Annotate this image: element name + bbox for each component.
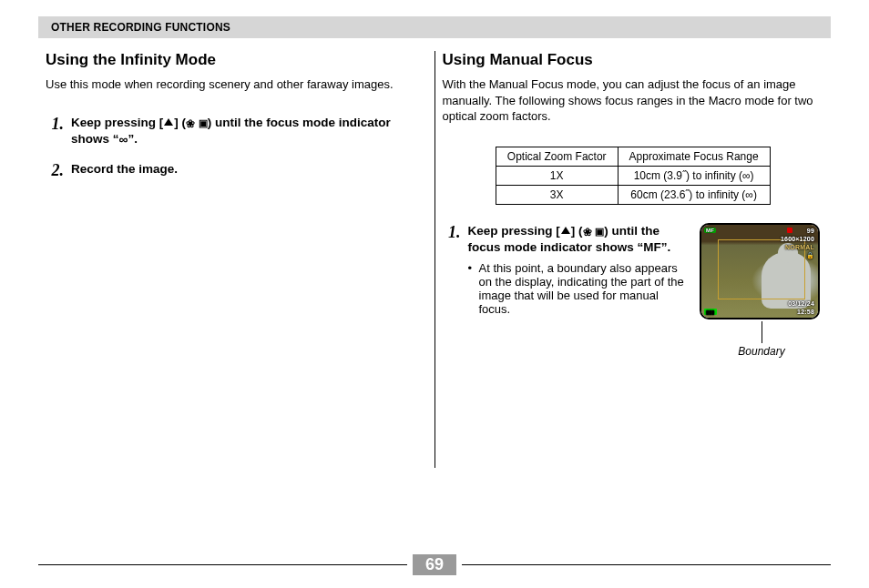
focus-table-cell: 1X (496, 166, 618, 185)
leader-line (762, 321, 762, 343)
left-heading: Using the Infinity Mode (46, 51, 427, 69)
focus-table-cell: 3X (496, 185, 618, 204)
flower-icon: ❀ (186, 117, 195, 130)
step-number: 1. (443, 223, 461, 358)
left-column: Using the Infinity Mode Use this mode wh… (38, 51, 434, 468)
cards-icon: ▣ (199, 117, 208, 128)
left-intro: Use this mode when recording scenery and… (46, 76, 427, 93)
focus-table-header: Optical Zoom Factor (496, 147, 618, 166)
right-step1: Keep pressing [] (❀ ▣) until the focus m… (468, 223, 690, 256)
flower-icon: ❀ (583, 226, 592, 238)
footer-rule (462, 564, 831, 565)
right-step1-sub: At this point, a boundary also appears o… (468, 261, 690, 316)
step-number: 2. (46, 161, 64, 180)
focus-table-cell: 60cm (23.6˝) to infinity (∞) (618, 185, 770, 204)
record-indicator (787, 228, 792, 233)
date-overlay: 03/12/24 (788, 300, 814, 307)
resolution-overlay: 1600×1200 (781, 236, 814, 242)
right-intro: With the Manual Focus mode, you can adju… (443, 76, 824, 125)
infinity-icon: ∞ (119, 132, 128, 147)
focus-table-header: Approximate Focus Range (618, 147, 770, 166)
focus-table-cell: 10cm (3.9˝) to infinity (∞) (618, 166, 770, 185)
battery-icon: ▮▮▮ (704, 309, 717, 315)
footer-rule (38, 564, 407, 565)
left-step2: Record the image. (71, 161, 427, 180)
right-column: Using Manual Focus With the Manual Focus… (435, 51, 832, 468)
left-step1: Keep pressing [] (❀ ▣) until the focus m… (71, 115, 427, 148)
boundary-caption: Boundary (700, 345, 823, 358)
up-arrow-icon (561, 227, 570, 234)
focus-table: Optical Zoom FactorApproximate Focus Ran… (496, 147, 771, 205)
page-number: 69 (413, 554, 456, 575)
right-heading: Using Manual Focus (443, 51, 824, 69)
lock-icon: 🔒 (806, 252, 814, 259)
step-number: 1. (46, 115, 64, 148)
camera-preview: MF 99 1600×1200 NORMAL 🔒 ▮▮▮ 03/12/24 12… (700, 223, 820, 319)
page-footer: 69 (38, 554, 831, 575)
quality-overlay: NORMAL (785, 244, 814, 250)
mf-badge: MF (704, 228, 716, 233)
section-bar: OTHER RECORDING FUNCTIONS (38, 16, 831, 38)
up-arrow-icon (164, 118, 173, 126)
time-overlay: 12:58 (797, 309, 814, 315)
shots-remaining: 99 (807, 228, 814, 234)
cards-icon: ▣ (595, 226, 604, 237)
